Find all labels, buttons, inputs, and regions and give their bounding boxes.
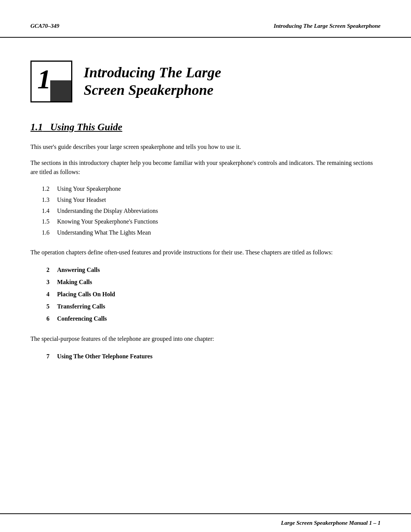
paragraph-1: This user's guide describes your large s…: [30, 142, 381, 152]
chapter-title-line1: Introducing The Large: [84, 64, 221, 80]
list-item: 1.3Using Your Headset: [38, 195, 381, 206]
item-text: Using Your Headset: [57, 195, 106, 206]
toc-list: 1.2Using Your Speakerphone1.3Using Your …: [38, 184, 381, 238]
item-number: 2: [38, 264, 49, 276]
page-header: GCA70–349 Introducing The Large Screen S…: [0, 0, 411, 38]
list-item: 2Answering Calls: [38, 264, 381, 276]
item-number: 1.4: [38, 206, 49, 217]
bold-chapter-list: 2Answering Calls3Making Calls4Placing Ca…: [38, 264, 381, 325]
chapter-number: 1: [37, 64, 51, 95]
page-footer: Large Screen Speakerphone Manual 1 – 1: [0, 513, 411, 532]
list-item: 1.6Understanding What The Lights Mean: [38, 227, 381, 238]
footer-text: Large Screen Speakerphone Manual 1 – 1: [281, 520, 381, 526]
item-number: 4: [38, 288, 49, 300]
list-item: 1.4Understanding the Display Abbreviatio…: [38, 206, 381, 217]
item-number: 1.3: [38, 195, 49, 206]
main-content: 1 Introducing The Large Screen Speakerph…: [0, 38, 411, 395]
item-number: 7: [38, 350, 49, 363]
item-text: Using The Other Telephone Features: [57, 350, 153, 363]
paragraph-2: The sections in this introductory chapte…: [30, 158, 381, 177]
item-number: 3: [38, 276, 49, 288]
item-text: Conferencing Calls: [57, 313, 107, 325]
item-text: Answering Calls: [57, 264, 100, 276]
bold-chapter-list-7: 7Using The Other Telephone Features: [38, 350, 381, 363]
item-text: Placing Calls On Hold: [57, 288, 115, 300]
item-text: Using Your Speakerphone: [57, 184, 121, 195]
header-right: Introducing The Large Screen Speakerphon…: [274, 23, 381, 29]
list-item: 1.5Knowing Your Speakerphone's Functions: [38, 216, 381, 227]
item-number: 1.5: [38, 216, 49, 227]
paragraph-4: The special-purpose features of the tele…: [30, 334, 381, 343]
list-item: 4Placing Calls On Hold: [38, 288, 381, 300]
chapter-number-box: 1: [30, 61, 72, 102]
item-text: Knowing Your Speakerphone's Functions: [57, 216, 158, 227]
item-text: Making Calls: [57, 276, 92, 288]
list-item: 1.2Using Your Speakerphone: [38, 184, 381, 195]
header-left: GCA70–349: [30, 23, 59, 29]
item-number: 1.2: [38, 184, 49, 195]
paragraph-3: The operation chapters define often-used…: [30, 248, 381, 257]
item-text: Transferring Calls: [57, 300, 105, 313]
list-item: 6Conferencing Calls: [38, 313, 381, 325]
item-text: Understanding the Display Abbreviations: [57, 206, 158, 217]
list-item: 5Transferring Calls: [38, 300, 381, 313]
chapter-title: Introducing The Large Screen Speakerphon…: [84, 64, 221, 99]
list-item: 3Making Calls: [38, 276, 381, 288]
item-number: 1.6: [38, 227, 49, 238]
page: GCA70–349 Introducing The Large Screen S…: [0, 0, 411, 532]
item-number: 6: [38, 313, 49, 325]
section-number: 1.1: [30, 121, 43, 133]
list-item: 7Using The Other Telephone Features: [38, 350, 381, 363]
chapter-title-line2: Screen Speakerphone: [84, 82, 213, 98]
section-title: 1.1 Using This Guide: [30, 121, 381, 133]
item-number: 5: [38, 300, 49, 313]
chapter-header: 1 Introducing The Large Screen Speakerph…: [30, 61, 381, 102]
item-text: Understanding What The Lights Mean: [57, 227, 151, 238]
section-label: Using This Guide: [50, 121, 122, 133]
